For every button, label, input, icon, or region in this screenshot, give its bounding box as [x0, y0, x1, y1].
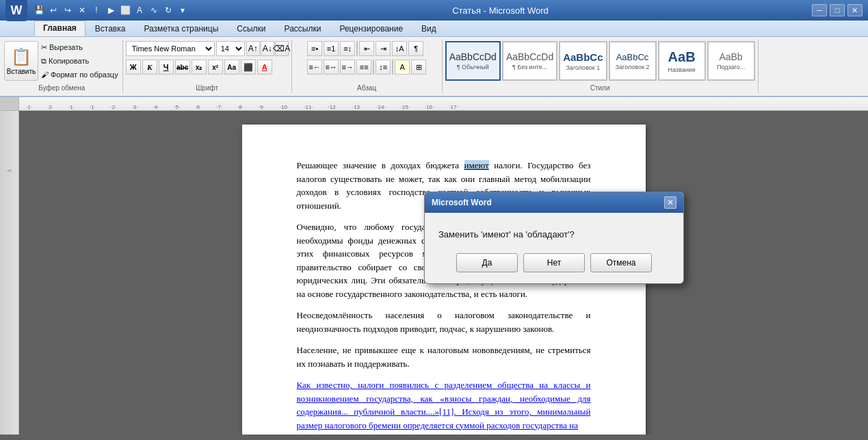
minimize-btn[interactable]: ─: [812, 4, 827, 16]
change-case-button[interactable]: Аа: [224, 60, 239, 75]
dialog-body: Заменить 'имеют' на 'обладают'? Да Нет О…: [425, 213, 683, 283]
decrease-indent-btn[interactable]: ⇤: [359, 41, 374, 56]
qa-dropdown-btn[interactable]: ▾: [176, 4, 189, 16]
font-size-select[interactable]: 14: [216, 41, 245, 56]
horizontal-ruler: ·1· ·2· ·1· ·1· ·2· ·3· ·4· ·5· ·6· ·7· …: [19, 97, 868, 110]
para-sep1: [356, 41, 358, 56]
borders-btn[interactable]: ⊞: [411, 60, 426, 75]
ruler-area: ·1· ·2· ·1· ·1· ·2· ·3· ·4· ·5· ·6· ·7· …: [0, 97, 868, 111]
vertical-ruler: 1: [0, 111, 19, 435]
style-subtitle-preview: AaBb: [719, 51, 742, 62]
line-spacing-btn[interactable]: ↕≡: [376, 60, 391, 75]
quick-access-toolbar: 💾 ↩ ↪ ✕ ! ▶ ⬜ A ∿ ↻ ▾: [33, 4, 189, 16]
redo-quick-btn[interactable]: ↪: [62, 4, 74, 16]
dialog-no-button[interactable]: Нет: [523, 253, 585, 272]
undo-quick-btn[interactable]: ↩: [47, 4, 60, 16]
qa-btn-7[interactable]: ⬜: [119, 4, 131, 16]
show-marks-btn[interactable]: ¶: [408, 41, 423, 56]
clipboard-group-label: Буфер обмена: [1, 84, 122, 92]
title-bar-controls: ─ □ ✕: [812, 4, 863, 16]
align-right-btn[interactable]: ≡→: [340, 60, 355, 75]
subscript-button[interactable]: х₂: [192, 60, 207, 75]
ruler-corner: [0, 97, 19, 110]
numbered-list-btn[interactable]: ≡1: [324, 41, 339, 56]
style-title[interactable]: АаВ Название: [658, 41, 706, 81]
dialog-cancel-button[interactable]: Отмена: [590, 253, 652, 272]
align-center-btn[interactable]: ≡↔: [324, 60, 339, 75]
qa-btn-5[interactable]: !: [90, 4, 103, 16]
dialog-yes-button[interactable]: Да: [456, 253, 518, 272]
tab-references[interactable]: Ссылки: [228, 21, 274, 36]
font-color-button[interactable]: А: [257, 60, 272, 75]
copy-button[interactable]: ⧉ Копировать: [40, 55, 120, 67]
format-painter-button[interactable]: 🖌 Формат по образцу: [40, 68, 120, 81]
tab-review[interactable]: Рецензирование: [330, 21, 412, 36]
paragraph-4: Население, не привыкшее еще к налоговым …: [297, 344, 591, 370]
ribbon-tabs: Главная Вставка Разметка страницы Ссылки…: [0, 21, 868, 37]
tab-page-layout[interactable]: Разметка страницы: [135, 21, 227, 36]
qa-btn-9[interactable]: ∿: [148, 4, 160, 16]
paste-button[interactable]: 📋 Вставить: [4, 41, 38, 81]
style-normal[interactable]: AaBbCcDd ¶ Обычный: [445, 41, 501, 81]
style-no-spacing[interactable]: AaBbCcDd ¶ Без инте...: [502, 41, 557, 81]
qa-btn-4[interactable]: ✕: [76, 4, 88, 16]
style-heading2[interactable]: AaBbCc Заголовок 2: [609, 41, 657, 81]
style-heading1[interactable]: AaBbCc Заголовок 1: [559, 41, 607, 81]
font-group: Times New Roman 14 A↑ A↓ ⌫A Ж К Ч abc х₂…: [123, 40, 292, 93]
dialog-close-btn[interactable]: ✕: [664, 196, 676, 209]
tab-mailings[interactable]: Рассылки: [276, 21, 330, 36]
cut-button[interactable]: ✂ Вырезать: [40, 41, 120, 53]
format-painter-label: Формат по образцу: [51, 70, 118, 79]
word-icon: W: [5, 0, 27, 21]
shading-btn[interactable]: A: [395, 60, 410, 75]
sort-btn[interactable]: ↕A: [392, 41, 407, 56]
underline-button[interactable]: Ч: [159, 60, 174, 75]
dialog-title: Microsoft Word: [432, 198, 492, 207]
strikethrough-button[interactable]: abc: [175, 60, 190, 75]
highlight-button[interactable]: ⬛: [241, 60, 256, 75]
window-title: Статья - Microsoft Word: [452, 5, 549, 16]
style-subtitle[interactable]: AaBb Подзаго...: [707, 41, 755, 81]
p1-highlighted-word: имеют: [464, 160, 489, 170]
style-h2-label: Заголовок 2: [616, 64, 650, 70]
dialog-message: Заменить 'имеют' на 'обладают'?: [438, 229, 670, 240]
qa-btn-8[interactable]: A: [133, 4, 146, 16]
style-normal-label: ¶ Обычный: [457, 64, 489, 70]
font-family-select[interactable]: Times New Roman: [126, 41, 215, 56]
clipboard-group: 📋 Вставить ✂ Вырезать ⧉ Копировать 🖌 Фор…: [1, 40, 123, 93]
bullet-list-btn[interactable]: ≡•: [307, 41, 322, 56]
font-shrink-btn[interactable]: A↓: [261, 41, 274, 56]
microsoft-word-dialog[interactable]: Microsoft Word ✕ Заменить 'имеют' на 'об…: [424, 192, 684, 284]
maximize-btn[interactable]: □: [830, 4, 845, 16]
styles-group: AaBbCcDd ¶ Обычный AaBbCcDd ¶ Без инте..…: [443, 40, 759, 93]
para-row2: ≡← ≡↔ ≡→ ≡≡ ↕≡ A ⊞: [307, 60, 426, 75]
paragraph-3: Неосведомлённость населения о налоговом …: [297, 309, 591, 335]
multilevel-list-btn[interactable]: ≡↕: [340, 41, 355, 56]
tab-home[interactable]: Главная: [34, 21, 86, 36]
justify-btn[interactable]: ≡≡: [356, 60, 371, 75]
increase-indent-btn[interactable]: ⇥: [376, 41, 391, 56]
tab-insert[interactable]: Вставка: [86, 21, 135, 36]
qa-btn-6[interactable]: ▶: [105, 4, 117, 16]
font-grow-btn[interactable]: A↑: [246, 41, 260, 56]
italic-button[interactable]: К: [142, 60, 157, 75]
para-sep3: [392, 60, 393, 75]
paragraph-group-label: Абзац: [292, 84, 442, 92]
close-window-btn[interactable]: ✕: [847, 4, 863, 16]
superscript-button[interactable]: х²: [208, 60, 223, 75]
font-row2: Ж К Ч abc х₂ х² Аа ⬛ А: [126, 60, 272, 75]
copy-icon: ⧉: [41, 57, 47, 66]
dialog-buttons: Да Нет Отмена: [438, 253, 670, 272]
tab-view[interactable]: Вид: [412, 21, 445, 36]
style-title-label: Название: [668, 66, 695, 73]
align-left-btn[interactable]: ≡←: [307, 60, 322, 75]
bold-button[interactable]: Ж: [126, 60, 141, 75]
style-nospace-label: ¶ Без инте...: [512, 64, 547, 70]
title-bar-left: W 💾 ↩ ↪ ✕ ! ▶ ⬜ A ∿ ↻ ▾: [5, 0, 189, 21]
paste-icon: 📋: [11, 47, 31, 66]
qa-btn-10[interactable]: ↻: [162, 4, 174, 16]
paragraph-group: ≡• ≡1 ≡↕ ⇤ ⇥ ↕A ¶ ≡← ≡↔ ≡→ ≡≡ ↕≡ A ⊞ Аб: [292, 40, 443, 93]
save-quick-btn[interactable]: 💾: [33, 4, 45, 16]
font-size-buttons: A↑ A↓ ⌫A: [246, 41, 289, 56]
clear-format-btn[interactable]: ⌫A: [275, 41, 289, 56]
